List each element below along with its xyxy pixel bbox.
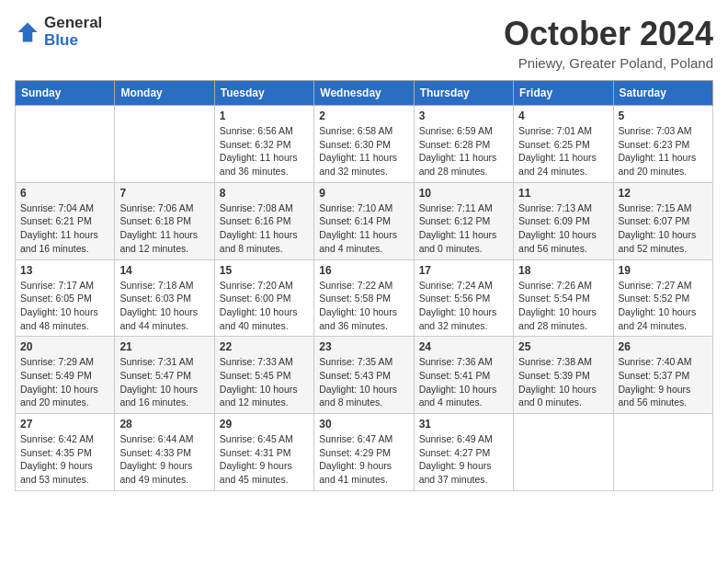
weekday-header: Sunday (16, 81, 115, 106)
day-detail: Sunrise: 7:13 AM Sunset: 6:09 PM Dayligh… (518, 201, 608, 256)
weekday-header: Thursday (414, 81, 513, 106)
day-detail: Sunrise: 7:40 AM Sunset: 5:37 PM Dayligh… (619, 355, 708, 409)
day-detail: Sunrise: 6:42 AM Sunset: 4:35 PM Dayligh… (20, 432, 109, 487)
day-detail: Sunrise: 7:38 AM Sunset: 5:39 PM Dayligh… (518, 355, 608, 409)
day-number: 12 (619, 187, 708, 200)
day-detail: Sunrise: 6:45 AM Sunset: 4:31 PM Dayligh… (220, 432, 309, 487)
day-detail: Sunrise: 7:03 AM Sunset: 6:23 PM Dayligh… (619, 124, 708, 178)
calendar-cell: 2Sunrise: 6:58 AM Sunset: 6:30 PM Daylig… (314, 106, 414, 183)
day-detail: Sunrise: 7:36 AM Sunset: 5:41 PM Dayligh… (419, 355, 508, 409)
day-number: 20 (20, 340, 109, 353)
calendar-cell: 16Sunrise: 7:22 AM Sunset: 5:58 PM Dayli… (314, 259, 414, 337)
day-number: 8 (220, 187, 309, 200)
day-detail: Sunrise: 7:22 AM Sunset: 5:58 PM Dayligh… (319, 279, 408, 333)
day-detail: Sunrise: 7:17 AM Sunset: 6:05 PM Dayligh… (20, 279, 109, 333)
day-detail: Sunrise: 6:58 AM Sunset: 6:30 PM Dayligh… (319, 124, 408, 178)
weekday-header: Saturday (613, 81, 712, 106)
calendar-cell: 9Sunrise: 7:10 AM Sunset: 6:14 PM Daylig… (314, 182, 414, 259)
day-detail: Sunrise: 6:47 AM Sunset: 4:29 PM Dayligh… (319, 432, 408, 487)
day-detail: Sunrise: 6:49 AM Sunset: 4:27 PM Dayligh… (419, 432, 508, 487)
calendar-cell: 25Sunrise: 7:38 AM Sunset: 5:39 PM Dayli… (514, 337, 613, 414)
calendar-cell (514, 414, 613, 491)
logo-general: General (44, 15, 102, 32)
day-detail: Sunrise: 6:56 AM Sunset: 6:32 PM Dayligh… (220, 124, 309, 178)
day-number: 23 (319, 340, 408, 353)
day-detail: Sunrise: 6:59 AM Sunset: 6:28 PM Dayligh… (419, 124, 508, 178)
day-number: 11 (518, 187, 608, 200)
day-number: 7 (119, 187, 209, 200)
day-number: 15 (220, 264, 309, 277)
day-detail: Sunrise: 7:06 AM Sunset: 6:18 PM Dayligh… (119, 201, 209, 256)
day-number: 19 (619, 264, 708, 277)
calendar-cell: 8Sunrise: 7:08 AM Sunset: 6:16 PM Daylig… (214, 182, 313, 259)
day-number: 31 (419, 418, 508, 431)
calendar-cell: 23Sunrise: 7:35 AM Sunset: 5:43 PM Dayli… (314, 337, 414, 414)
day-number: 22 (220, 340, 309, 353)
calendar-cell: 31Sunrise: 6:49 AM Sunset: 4:27 PM Dayli… (414, 414, 513, 491)
calendar-cell: 12Sunrise: 7:15 AM Sunset: 6:07 PM Dayli… (613, 182, 712, 259)
calendar-cell: 11Sunrise: 7:13 AM Sunset: 6:09 PM Dayli… (514, 182, 613, 259)
logo-icon (15, 19, 40, 45)
month-title: October 2024 (504, 15, 713, 53)
day-number: 9 (319, 187, 408, 200)
calendar-cell: 27Sunrise: 6:42 AM Sunset: 4:35 PM Dayli… (16, 414, 115, 491)
day-number: 14 (119, 264, 209, 277)
calendar-cell: 17Sunrise: 7:24 AM Sunset: 5:56 PM Dayli… (414, 259, 513, 337)
calendar-cell: 26Sunrise: 7:40 AM Sunset: 5:37 PM Dayli… (613, 337, 712, 414)
day-number: 10 (419, 187, 508, 200)
day-number: 3 (419, 109, 508, 122)
day-detail: Sunrise: 7:24 AM Sunset: 5:56 PM Dayligh… (419, 279, 508, 333)
day-detail: Sunrise: 7:10 AM Sunset: 6:14 PM Dayligh… (319, 201, 408, 256)
logo-text: General Blue (44, 15, 102, 49)
calendar-cell: 29Sunrise: 6:45 AM Sunset: 4:31 PM Dayli… (214, 414, 313, 491)
day-number: 30 (319, 418, 408, 431)
calendar-cell (16, 106, 115, 183)
weekday-header: Wednesday (314, 81, 414, 106)
day-detail: Sunrise: 7:04 AM Sunset: 6:21 PM Dayligh… (20, 201, 109, 256)
page-header: General Blue October 2024 Pniewy, Greate… (15, 15, 713, 71)
day-detail: Sunrise: 7:27 AM Sunset: 5:52 PM Dayligh… (619, 279, 708, 333)
calendar-cell: 21Sunrise: 7:31 AM Sunset: 5:47 PM Dayli… (115, 337, 214, 414)
day-number: 29 (220, 418, 309, 431)
day-detail: Sunrise: 7:26 AM Sunset: 5:54 PM Dayligh… (518, 279, 608, 333)
calendar-cell: 7Sunrise: 7:06 AM Sunset: 6:18 PM Daylig… (115, 182, 214, 259)
day-number: 25 (518, 340, 608, 353)
calendar-cell: 18Sunrise: 7:26 AM Sunset: 5:54 PM Dayli… (514, 259, 613, 337)
calendar-cell: 24Sunrise: 7:36 AM Sunset: 5:41 PM Dayli… (414, 337, 513, 414)
calendar-cell: 30Sunrise: 6:47 AM Sunset: 4:29 PM Dayli… (314, 414, 414, 491)
day-detail: Sunrise: 7:20 AM Sunset: 6:00 PM Dayligh… (220, 279, 309, 333)
day-number: 4 (518, 109, 608, 122)
day-detail: Sunrise: 7:35 AM Sunset: 5:43 PM Dayligh… (319, 355, 408, 409)
weekday-header: Tuesday (214, 81, 313, 106)
day-number: 17 (419, 264, 508, 277)
day-detail: Sunrise: 7:29 AM Sunset: 5:49 PM Dayligh… (20, 355, 109, 409)
day-detail: Sunrise: 7:15 AM Sunset: 6:07 PM Dayligh… (619, 201, 708, 256)
svg-marker-0 (18, 22, 38, 41)
calendar-cell: 4Sunrise: 7:01 AM Sunset: 6:25 PM Daylig… (514, 106, 613, 183)
day-number: 27 (20, 418, 109, 431)
day-detail: Sunrise: 6:44 AM Sunset: 4:33 PM Dayligh… (119, 432, 209, 487)
day-number: 24 (419, 340, 508, 353)
day-number: 28 (119, 418, 209, 431)
calendar-cell: 13Sunrise: 7:17 AM Sunset: 6:05 PM Dayli… (16, 259, 115, 337)
day-number: 6 (20, 187, 109, 200)
weekday-header: Monday (115, 81, 214, 106)
day-detail: Sunrise: 7:01 AM Sunset: 6:25 PM Dayligh… (518, 124, 608, 178)
calendar-cell: 15Sunrise: 7:20 AM Sunset: 6:00 PM Dayli… (214, 259, 313, 337)
calendar-cell (613, 414, 712, 491)
day-detail: Sunrise: 7:31 AM Sunset: 5:47 PM Dayligh… (119, 355, 209, 409)
calendar-cell: 10Sunrise: 7:11 AM Sunset: 6:12 PM Dayli… (414, 182, 513, 259)
calendar-cell: 6Sunrise: 7:04 AM Sunset: 6:21 PM Daylig… (16, 182, 115, 259)
location: Pniewy, Greater Poland, Poland (504, 55, 713, 71)
day-number: 26 (619, 340, 708, 353)
day-number: 16 (319, 264, 408, 277)
calendar-cell: 19Sunrise: 7:27 AM Sunset: 5:52 PM Dayli… (613, 259, 712, 337)
day-number: 5 (619, 109, 708, 122)
logo: General Blue (15, 15, 102, 49)
logo-blue: Blue (44, 32, 102, 50)
day-number: 21 (119, 340, 209, 353)
day-number: 13 (20, 264, 109, 277)
day-detail: Sunrise: 7:08 AM Sunset: 6:16 PM Dayligh… (220, 201, 309, 256)
title-block: October 2024 Pniewy, Greater Poland, Pol… (504, 15, 713, 71)
calendar-cell (115, 106, 214, 183)
